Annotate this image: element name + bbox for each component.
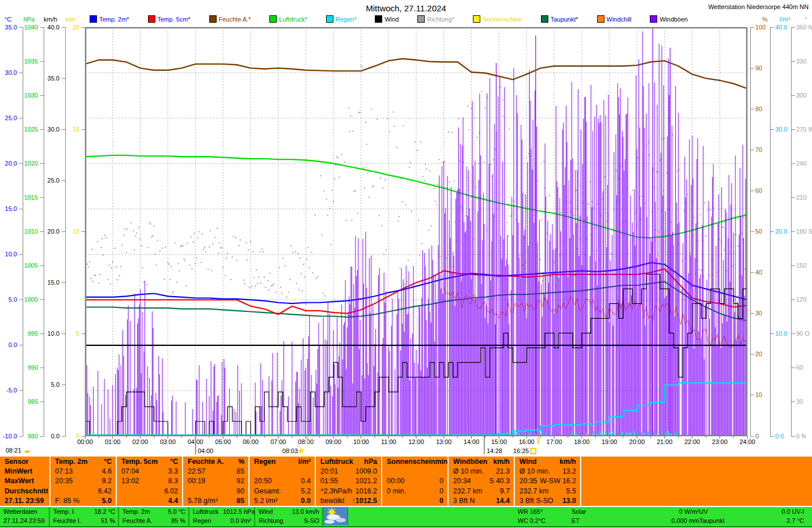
axis-tick-label: 990 <box>12 365 38 371</box>
stats-row-label: 27.11. 23:59 <box>0 496 49 506</box>
chart-legend: Temp. 2m*Temp. 5cm*Feuchte A.*Luftdruck*… <box>90 15 688 23</box>
stats-cell-value: 0.0 <box>278 496 311 506</box>
stats-cell-value: ↑1012.5 <box>344 496 377 506</box>
axis-tick <box>792 436 795 437</box>
stats-cell: 232.7 km5.5 <box>515 487 580 496</box>
axis-tick <box>792 27 795 28</box>
axis-tick-label: 120 <box>796 297 812 303</box>
arrow-up-icon: ↑ <box>193 448 197 454</box>
legend-item-richtung: Richtung* <box>417 15 454 23</box>
stats-col-header: Windkm/h <box>515 457 580 467</box>
axis-tick-label: 25.0 <box>33 178 60 184</box>
stats-col-windb-en: Windböenkm/hØ 10 min.21.320:34S 40.3232.… <box>449 457 515 506</box>
axis-tick <box>62 180 65 181</box>
stats-cell: Gesamt:5.2 <box>249 487 315 496</box>
sunrise-time: 08:21 <box>6 447 22 454</box>
status-line: Regen0.0 l/m² <box>193 517 251 526</box>
status-line: RichtungS-SO <box>259 517 319 526</box>
axis-tick-label: 1005 <box>12 263 38 269</box>
stats-cell-value: 8.3 <box>139 476 178 486</box>
time-tick-label: 10:00 <box>350 438 373 445</box>
time-tick-label: 09:00 <box>322 438 345 445</box>
axis-tick <box>19 73 23 73</box>
axis-tick <box>751 150 754 150</box>
stats-cell-value: 4.4 <box>121 496 178 506</box>
legend-swatch-windchill <box>597 15 604 23</box>
axis-tick-label: 10 <box>53 229 79 235</box>
status-label: WR 165° <box>518 508 543 517</box>
stats-cell-value: 13.0 <box>553 496 576 506</box>
axis-tick <box>792 299 795 300</box>
axis-tick-label: 20 <box>53 24 79 31</box>
stats-col-header: Regenl/m² <box>249 457 315 467</box>
stats-cell-label: 3 Bft S-SO <box>519 496 553 506</box>
axis-tick <box>792 402 795 402</box>
stats-cell-label: 22:57 <box>188 467 205 476</box>
stats-col-temp-5cm: Temp. 5cm°C07:043.313:028.36.024.4 <box>117 457 183 506</box>
stats-cell-value: 85 <box>218 496 244 506</box>
stats-col-sensor: SensorMinWertMaxWertDurchschnitt27.11. 2… <box>0 457 50 506</box>
axis-tick <box>751 68 754 69</box>
status-line: Solar0 W/m² <box>572 508 699 517</box>
chart-plot-area[interactable] <box>85 27 747 436</box>
cloud-icon: ☁ <box>24 447 31 453</box>
stats-col-header: Temp. 5cm°C <box>117 457 182 467</box>
legend-swatch-wind <box>375 15 382 23</box>
status-label: Temp. I. <box>53 508 75 517</box>
annotation-label: 16:25 <box>513 447 529 454</box>
time-tick-label: 20:00 <box>625 438 648 445</box>
time-tick-label: 15:00 <box>488 438 510 445</box>
axis-tick <box>19 254 23 255</box>
stats-cell-value: 5.5 <box>548 487 576 496</box>
axis-tick-label: -5.0 <box>0 387 17 394</box>
stats-cell-label: ^2.3hPa/h <box>320 487 352 496</box>
stats-cell-label: 5.78 g/m³ <box>188 496 218 506</box>
axis-tick <box>40 265 44 266</box>
axis-tick-label: 1020 <box>12 160 38 167</box>
axis-tick-label: 1000 <box>12 297 38 303</box>
stats-cell-value: 13.2 <box>550 467 576 476</box>
axis-tick <box>792 333 795 334</box>
status-label: 27.11.24 23:59 <box>3 517 45 526</box>
status-line: Wind13.0 km/h <box>259 508 319 517</box>
axis-tick <box>792 95 795 96</box>
stats-cell: bewölkt↑1012.5 <box>316 496 381 506</box>
stats-col-luftdruck: LuftdruckhPa20:011009.001:551021.2^2.3hP… <box>316 457 382 506</box>
time-tick-label: 14:00 <box>460 438 483 445</box>
time-tick-label: 02:00 <box>129 438 151 445</box>
weather-icon <box>323 507 348 525</box>
axis-annotation-0400: ↑04:00 <box>193 447 214 454</box>
axis-annotation-1428: ↓14:28 <box>482 447 502 454</box>
status-line: WC 0.2°C <box>518 517 572 526</box>
stats-cell-label: 20:35 <box>55 476 73 486</box>
axis-tick <box>751 313 754 314</box>
status-value: 0.0 l/m² <box>230 517 251 526</box>
stats-cell-label: 00:19 <box>188 476 205 486</box>
axis-tick-label: 5 <box>53 331 79 337</box>
axis-tick <box>751 231 754 232</box>
time-tick-label: 06:00 <box>239 438 262 445</box>
status-value: 13.0 km/h <box>292 508 319 517</box>
stats-cell: 5.2 l/m²0.0 <box>249 496 315 506</box>
stats-cell: 6.42 <box>50 487 116 496</box>
stats-cell: 00:1992 <box>183 476 248 486</box>
axis-tick-label: 90 <box>755 65 781 71</box>
stats-cell-label: 232.7 km <box>453 487 482 496</box>
axis-tick <box>40 95 44 96</box>
axis-unit-: ° <box>792 16 812 23</box>
axis-tick-label: 15 <box>53 126 79 133</box>
legend-swatch-sonnenschein <box>473 15 480 23</box>
event-marker <box>307 437 308 444</box>
axis-tick-label: 270 W <box>796 126 812 133</box>
status-label: Feuchte A. <box>122 517 153 526</box>
legend-swatch-regen <box>326 15 333 23</box>
stats-col-feuchte-a: Feuchte A.%22:578500:1992905.78 g/m³85 <box>183 457 249 506</box>
status-cell-0: Wetterdaten27.11.24 23:59 <box>0 507 50 526</box>
stats-cell-label: 07:04 <box>121 467 139 476</box>
axis-tick <box>751 395 754 395</box>
legend-label: Feuchte A.* <box>219 16 251 23</box>
status-line: ET0.000 mm <box>572 517 699 526</box>
axis-tick-label: 15.0 <box>0 206 17 212</box>
status-cell-2: Temp. 2m5.0 °CFeuchte A.85 % <box>119 507 189 526</box>
stats-cell-label: 20:34 <box>453 476 471 486</box>
